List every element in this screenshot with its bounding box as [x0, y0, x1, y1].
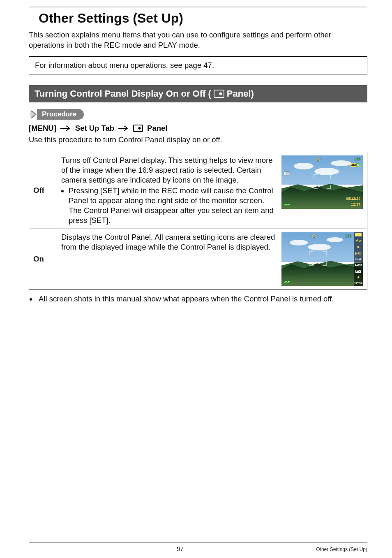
page-number: 97 — [177, 545, 184, 552]
option-off-bullet: Pressing [SET] while in the REC mode wil… — [69, 186, 276, 225]
battery-icon: ▮▯▯ — [284, 171, 290, 176]
table-row: Off Turns off Control Panel display. Thi… — [29, 152, 367, 229]
section-heading: Turning Control Panel Display On or Off … — [29, 85, 367, 102]
shots-remaining: 156 — [354, 157, 360, 162]
panel-face-icon: ☻ — [357, 245, 360, 249]
control-panel-strip: 2M ⚡A ☻ ((●)) ISO AWB EV ✦ 12:37 — [354, 232, 363, 286]
camera-mode-icon: ◯ — [312, 234, 316, 239]
option-off-cell: Turns off Control Panel display. This se… — [57, 152, 367, 229]
memory-icon: ▰▰ — [284, 280, 290, 285]
table-row: On Displays the Control Panel. All camer… — [29, 229, 367, 289]
arrow-right-icon — [118, 125, 129, 131]
option-on-text: Displays the Control Panel. All camera s… — [61, 232, 276, 252]
svg-point-1 — [219, 93, 222, 95]
procedure-breadcrumb: [MENU] Set Up Tab Panel — [29, 124, 367, 133]
preview-on-thumbnail: ◯ 156 ▰▰ 2M ⚡A ☻ ((●)) ISO AWB EV — [281, 232, 363, 286]
procedure-badge: Procedure — [37, 109, 84, 120]
footnote: All screen shots in this manual show wha… — [37, 294, 367, 303]
page-footer: 97 Other Settings (Set Up) — [0, 542, 392, 552]
breadcrumb-item: Panel — [147, 124, 167, 133]
shots-remaining: 156 — [345, 234, 351, 239]
time-stamp: 12:37 — [351, 202, 360, 207]
panel-extra-icon: ✦ — [357, 276, 360, 279]
breadcrumb-menu: [MENU] — [29, 124, 56, 133]
option-off-text: Turns off Control Panel display. This se… — [61, 156, 272, 184]
date-stamp: 08/12/24 — [346, 197, 360, 201]
panel-size-tag: 2M — [355, 233, 361, 236]
option-on-cell: Displays the Control Panel. All camera s… — [57, 229, 367, 289]
section-heading-prefix: Turning Control Panel Display On or Off … — [35, 88, 211, 99]
image-size-tag: 2MN — [350, 163, 360, 167]
svg-rect-0 — [214, 90, 224, 97]
svg-rect-2 — [134, 125, 143, 132]
page-title: Other Settings (Set Up) — [39, 11, 367, 26]
footer-section-label: Other Settings (Set Up) — [316, 546, 367, 552]
options-table: Off Turns off Control Panel display. Thi… — [29, 152, 367, 289]
panel-antishake-icon: ((●)) — [355, 252, 362, 255]
option-off-label: Off — [29, 152, 57, 229]
panel-flash-icon: ⚡A — [355, 239, 362, 243]
panel-time: 12:37 — [354, 282, 362, 285]
section-heading-suffix: Panel) — [227, 88, 254, 99]
panel-awb-label: AWB — [355, 264, 362, 267]
svg-point-3 — [138, 127, 141, 130]
arrow-right-icon — [60, 125, 71, 131]
panel-icon — [133, 125, 143, 132]
panel-icon — [214, 90, 224, 98]
breadcrumb-tab: Set Up Tab — [75, 124, 114, 133]
memory-icon: ▰▰ — [284, 202, 290, 207]
info-reference-box: For information about menu operations, s… — [29, 56, 367, 74]
preview-off-thumbnail: ◯ 156 2MN ▮▯▯ 08/12/24 12:37 ▰▰ — [281, 155, 363, 209]
panel-ev-label: EV — [355, 270, 362, 273]
option-on-label: On — [29, 229, 57, 289]
procedure-description: Use this procedure to turn Control Panel… — [29, 135, 367, 144]
procedure-chevron-icon — [29, 110, 38, 119]
intro-text: This section explains menu items that yo… — [29, 30, 367, 51]
panel-iso-label: ISO — [355, 257, 361, 261]
camera-mode-icon: ◯ — [316, 157, 320, 162]
